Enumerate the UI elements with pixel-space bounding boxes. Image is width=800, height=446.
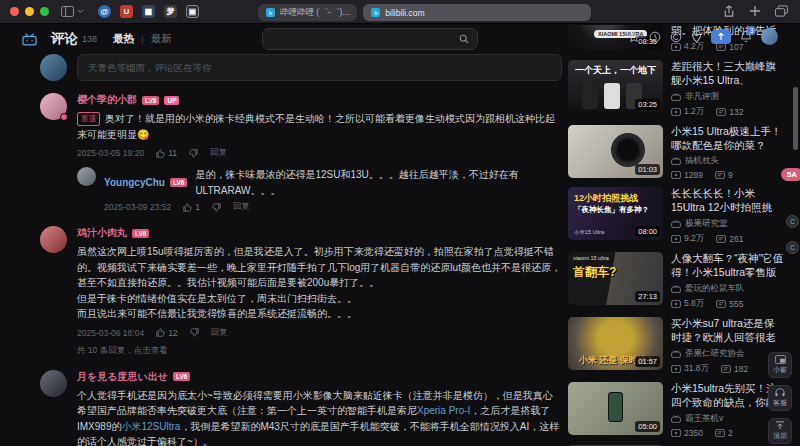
commenter-name[interactable]: 月を見る度思い出せ	[77, 370, 168, 384]
user-avatar[interactable]	[761, 28, 778, 45]
bilibili-logo-icon[interactable]	[22, 33, 37, 46]
bilibili-favicon: b	[371, 8, 380, 17]
zoom-window-button[interactable]	[40, 7, 49, 16]
tab-overview-icon[interactable]	[775, 5, 788, 17]
header-user-actions: 3	[628, 28, 778, 45]
video-card[interactable]: 小米 还是 保时捷? 01:57 买小米su7 ultra还是保时捷？欧洲人回答…	[568, 317, 784, 375]
video-duration: 05:00	[635, 421, 660, 432]
minimize-window-button[interactable]	[25, 7, 34, 16]
video-title[interactable]: 人像大翻车？“夜神”它值得！小米15ultra零售版首摄...	[671, 252, 784, 280]
uploader-name: 搞机枕头	[685, 155, 719, 167]
scrollbar-thumb[interactable]	[793, 87, 798, 150]
video-uploader[interactable]: 极果研究堂	[671, 218, 784, 230]
video-thumbnail[interactable]: 小米 还是 保时捷? 01:57	[568, 317, 663, 370]
play-count: 1289	[684, 170, 703, 180]
history-clock-icon[interactable]	[649, 31, 661, 43]
reply-button[interactable]: 回复	[233, 201, 250, 213]
comment-input[interactable]	[77, 54, 562, 81]
like-button[interactable]: 11	[156, 148, 177, 158]
search-link[interactable]: Xperia Pro-I	[417, 405, 470, 416]
video-stats: 9.2万 261	[671, 233, 784, 245]
location-pin-icon[interactable]	[691, 30, 702, 43]
commenter-name[interactable]: 樱个季的小郡	[77, 93, 137, 107]
like-button[interactable]: 1	[183, 202, 200, 212]
dislike-button[interactable]	[189, 149, 198, 158]
video-thumbnail[interactable]: 01:03	[568, 125, 663, 178]
video-title[interactable]: 买小米su7 ultra还是保时捷？欧洲人回答很老实	[671, 317, 784, 345]
customer-service-button[interactable]: 客服	[768, 385, 792, 411]
commenter-avatar[interactable]	[40, 93, 67, 120]
video-card[interactable]: 12小时拍照挑战 「夜神长焦」有多神？ 小米15 Ultra 08:00 长长长…	[568, 187, 784, 245]
thumb-caption-2: xiaomi 15 ultra	[573, 255, 609, 261]
float-widget-icon[interactable]: C	[786, 215, 799, 228]
favorites-star-icon[interactable]	[628, 31, 640, 43]
like-button[interactable]: 12	[156, 328, 177, 338]
notifications[interactable]: 3	[740, 30, 752, 43]
comment-item: 鸡汁小肉丸 LV6 虽然这次网上喷15u喷得挺厉害的，但是我还是入了。初步用下来…	[40, 226, 562, 357]
dislike-button[interactable]	[212, 203, 221, 212]
reply-avatar[interactable]	[77, 167, 96, 186]
tab-separator: |	[141, 33, 144, 45]
video-title[interactable]: 差距很大！三大巅峰旗舰小米15 Ultra、iPhone16 Pr...	[671, 60, 784, 88]
video-card[interactable]: 一个天上，一个地下 03:25 差距很大！三大巅峰旗舰小米15 Ultra、iP…	[568, 60, 784, 118]
mini-player-button[interactable]: 小窗	[768, 352, 792, 378]
video-card[interactable]: 01:03 小米15 Ultra极速上手！哪款配色是你的菜？ 搞机枕头 1289…	[568, 125, 784, 180]
video-thumbnail[interactable]: 一个天上，一个地下 03:25	[568, 60, 663, 113]
video-thumbnail[interactable]: xiaomi 15 ultra 首翻车? 27:13	[568, 252, 663, 305]
video-stats: 5.8万 555	[671, 298, 784, 310]
search-link[interactable]: 小米12SUltra	[121, 421, 180, 432]
video-card[interactable]: xiaomi 15 ultra 首翻车? 27:13 人像大翻车？“夜神”它值得…	[568, 252, 784, 310]
reply-button[interactable]: 回复	[211, 327, 228, 339]
video-duration: 01:03	[635, 164, 660, 175]
video-thumbnail[interactable]: 05:00	[568, 382, 663, 435]
tab-bilibili-active[interactable]: b bilibili.com	[363, 4, 591, 21]
danmaku-count: 261	[729, 234, 743, 244]
my-avatar[interactable]	[40, 54, 67, 81]
back-to-top-label: 顶部	[773, 431, 787, 441]
extension-icon-5[interactable]: ▣	[186, 5, 199, 18]
share-icon[interactable]	[723, 5, 735, 18]
search-input[interactable]	[263, 34, 459, 45]
pinned-badge: 置顶	[77, 112, 100, 126]
extension-icon-2[interactable]: U	[120, 5, 133, 18]
search-icon[interactable]	[459, 34, 469, 44]
video-uploader[interactable]: 非凡评测	[671, 91, 784, 103]
extension-icon-1[interactable]: @	[98, 5, 111, 18]
commenter-avatar[interactable]	[40, 226, 67, 253]
comment-date: 2025-03-05 19:20	[77, 148, 144, 158]
extension-icon-4[interactable]: 梦	[164, 5, 177, 18]
tab-newest[interactable]: 最新	[151, 32, 172, 46]
tab-bilibili-home[interactable]: b 哔哩哔哩 (゜-゜)...	[258, 4, 357, 21]
upload-button[interactable]	[711, 30, 731, 44]
search-bar[interactable]	[262, 28, 478, 50]
view-replies-link[interactable]: 共 10 条回复，点击查看	[77, 345, 562, 357]
reply-name[interactable]: YoungcyChu	[104, 177, 165, 188]
video-title[interactable]: 长长长长长！小米15Ultra 12小时拍照挑战。「夜神长...	[671, 187, 784, 215]
page-header: 评论 138 最热 | 最新 3	[0, 25, 800, 53]
video-uploader[interactable]: 爱玩的松鼠车队	[671, 283, 784, 295]
comment-date: 2025-03-06 18:04	[77, 328, 144, 338]
reply-button[interactable]: 回复	[210, 147, 227, 159]
extension-icons[interactable]: @ U ▦ 梦 ▣	[98, 5, 199, 18]
thumb-caption-2: 「夜神长焦」有多神？	[574, 205, 649, 215]
commenter-name[interactable]: 鸡汁小肉丸	[77, 226, 127, 240]
window-controls[interactable]	[10, 7, 49, 16]
danmaku-count: 9	[728, 170, 733, 180]
creative-center-icon[interactable]	[670, 31, 682, 43]
thumb-caption: 首翻车?	[573, 264, 616, 281]
float-widget-icon[interactable]: C	[786, 241, 799, 254]
video-uploader[interactable]: 搞机枕头	[671, 155, 784, 167]
video-card[interactable]: 05:00 小米15ultra先别买！这四个致命的缺点，你能接受的... 霸王茶…	[568, 382, 784, 438]
close-window-button[interactable]	[10, 7, 19, 16]
dislike-button[interactable]	[190, 328, 199, 337]
commenter-avatar[interactable]	[40, 370, 67, 397]
play-count: 5.8万	[684, 298, 704, 310]
sidebar-toggle-icon[interactable]	[61, 6, 84, 17]
back-to-top-button[interactable]: 顶部	[768, 418, 792, 444]
video-title[interactable]: 小米15 Ultra极速上手！哪款配色是你的菜？	[671, 125, 784, 152]
5a-badge[interactable]: 5A	[781, 168, 800, 181]
new-tab-icon[interactable]	[749, 5, 761, 17]
extension-icon-3[interactable]: ▦	[142, 5, 155, 18]
tab-hot[interactable]: 最热	[113, 32, 134, 46]
video-thumbnail[interactable]: 12小时拍照挑战 「夜神长焦」有多神？ 小米15 Ultra 08:00	[568, 187, 663, 240]
